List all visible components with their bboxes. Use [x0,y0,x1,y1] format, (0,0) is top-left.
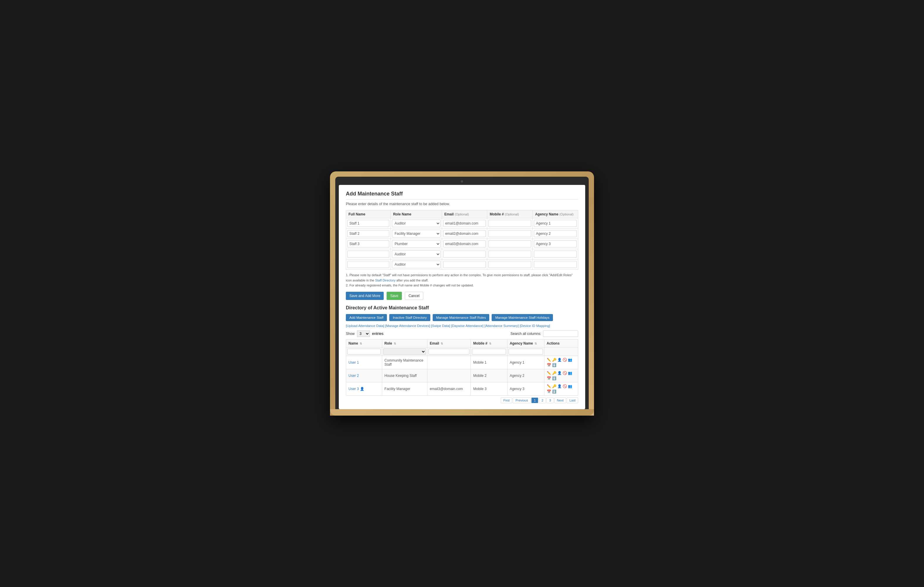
role-select-2[interactable]: Auditor Facility Manager Plumber House K… [392,230,441,237]
people-icon[interactable]: 👥 [568,371,573,375]
edit-icon[interactable]: ✏️ [547,357,551,362]
last-page-btn[interactable]: Last [567,397,578,403]
agency-input-2[interactable] [534,230,577,237]
agency-input-5[interactable] [534,261,577,268]
mobile-input-5[interactable] [488,261,531,268]
table-row: User 3 👤 Facility Manager email3@domain.… [346,382,578,395]
full-name-input-2[interactable] [347,230,389,237]
user-2-mobile: Mobile 2 [471,369,507,382]
manage-holidays-tab[interactable]: Manage Maintenance Staff Holidays [492,314,553,321]
pagination-row: First Previous 1 2 3 Next Last [346,397,578,403]
form-row-3: Auditor Facility Manager Plumber House K… [346,239,578,249]
user-3-actions: ✏️ 🔑 👤 🚫 👥 📅 ⬇️ [547,384,576,394]
block-icon[interactable]: 🚫 [563,384,567,389]
full-name-input-4[interactable] [347,251,389,258]
filter-agency[interactable] [509,349,543,355]
daywise-attendance-link[interactable]: [Daywise Attendance] [451,324,484,327]
user-1-agency: Agency 1 [507,356,544,369]
staff-directory-link[interactable]: Staff Directory [375,279,396,282]
user-2-link[interactable]: User 2 [348,374,359,378]
device-id-mapping-link[interactable]: [Device ID Mapping] [520,324,550,327]
filter-name[interactable] [347,349,381,355]
email-input-3[interactable] [443,240,486,247]
full-name-input-3[interactable] [347,240,389,247]
role-select-3[interactable]: Auditor Facility Manager Plumber House K… [392,240,441,248]
upload-attendance-link[interactable]: [Upload Attendance Data] [346,324,384,327]
calendar-icon[interactable]: 📅 [547,376,551,381]
form-notes: 1. Please note by default "Staff" will n… [346,273,578,288]
directory-section-title: Directory of Active Maintenance Staff [346,305,578,311]
directory-tab-buttons: Add Maintenance Staff Inactive Staff Dir… [346,314,578,321]
save-button[interactable]: Save [387,292,402,300]
page-3-btn[interactable]: 3 [546,397,554,403]
agency-input-1[interactable] [534,220,577,227]
agency-input-3[interactable] [534,240,577,247]
mobile-input-4[interactable] [488,251,531,258]
attendance-links-row: [Upload Attendance Data] [Manage Attenda… [346,324,578,327]
edit-icon[interactable]: ✏️ [547,371,551,375]
user-2-role: House Keeping Staff [382,369,427,382]
block-icon[interactable]: 🚫 [563,371,567,375]
dir-col-mobile: Mobile # ⇅ [471,339,507,347]
page-1-btn[interactable]: 1 [531,397,538,403]
people-icon[interactable]: 👥 [568,384,573,389]
prev-page-btn[interactable]: Previous [513,397,531,403]
mobile-input-2[interactable] [488,230,531,237]
person-icon[interactable]: 👤 [557,357,562,362]
agency-input-4[interactable] [534,251,577,258]
first-page-btn[interactable]: First [501,397,512,403]
key-icon[interactable]: 🔑 [552,357,557,362]
key-icon[interactable]: 🔑 [552,371,557,375]
user-1-role: Community Maintenance Staff [382,356,427,369]
next-page-btn[interactable]: Next [554,397,566,403]
role-select-1[interactable]: Auditor Facility Manager Plumber House K… [392,220,441,227]
download-icon[interactable]: ⬇️ [552,389,557,394]
user-1-mobile: Mobile 1 [471,356,507,369]
entries-select[interactable]: 3 5 10 25 [357,331,370,337]
user-1-link[interactable]: User 1 [348,360,359,365]
full-name-input-5[interactable] [347,261,389,268]
filter-role[interactable]: Auditor Facility Manager Plumber House K… [383,348,426,355]
swipe-data-link[interactable]: [Swipe Data] [431,324,450,327]
mobile-input-1[interactable] [488,220,531,227]
mobile-input-3[interactable] [488,240,531,247]
role-select-4[interactable]: Auditor Facility Manager Plumber House K… [392,250,441,258]
inactive-staff-directory-tab[interactable]: Inactive Staff Directory [389,314,430,321]
key-icon[interactable]: 🔑 [552,384,557,389]
manage-devices-link[interactable]: [Manage Attendance Devices] [385,324,430,327]
filter-mobile[interactable] [472,349,506,355]
search-all-input[interactable] [543,331,578,337]
email-input-4[interactable] [443,251,486,258]
cancel-button[interactable]: Cancel [405,292,423,300]
email-input-5[interactable] [443,261,486,268]
add-staff-form-table: Full Name Role Name Email (Optional) Mob… [346,210,578,270]
entries-label: entries [372,331,383,336]
user-3-link[interactable]: User 3 [348,387,359,391]
block-icon[interactable]: 🚫 [563,357,567,362]
full-name-input-1[interactable] [347,220,389,227]
attendance-summary-link[interactable]: [Attendance Summary] [484,324,519,327]
email-input-2[interactable] [443,230,486,237]
add-maintenance-staff-tab[interactable]: Add Maintenance Staff [346,314,387,321]
person-icon[interactable]: 👤 [557,384,562,389]
table-row: User 2 House Keeping Staff Mobile 2 Agen… [346,369,578,382]
person-icon[interactable]: 👤 [557,371,562,375]
form-row-4: Auditor Facility Manager Plumber House K… [346,249,578,260]
download-icon[interactable]: ⬇️ [552,363,557,367]
edit-icon[interactable]: ✏️ [547,384,551,389]
download-icon[interactable]: ⬇️ [552,376,557,381]
form-row-5: Auditor Facility Manager Plumber House K… [346,260,578,270]
filter-email[interactable] [429,349,469,355]
dir-col-email: Email ⇅ [427,339,471,347]
manage-roles-tab[interactable]: Manage Maintenance Staff Roles [433,314,490,321]
user-3-role: Facility Manager [382,382,427,395]
dir-col-agency: Agency Name ⇅ [507,339,544,347]
role-select-5[interactable]: Auditor Facility Manager Plumber House K… [392,261,441,268]
page-2-btn[interactable]: 2 [539,397,546,403]
dir-col-actions: Actions [544,339,578,347]
calendar-icon[interactable]: 📅 [547,389,551,394]
calendar-icon[interactable]: 📅 [547,363,551,367]
people-icon[interactable]: 👥 [568,357,573,362]
save-add-more-button[interactable]: Save and Add More [346,292,384,300]
email-input-1[interactable] [443,220,486,227]
